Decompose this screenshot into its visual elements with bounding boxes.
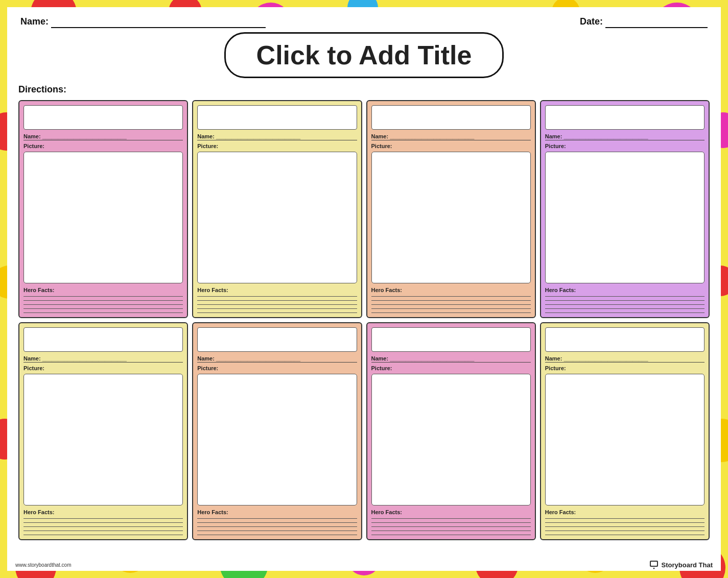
card-6-hero-facts: Hero Facts: (197, 509, 357, 515)
card-5-picture-label: Picture: (24, 365, 183, 371)
card-4-top-box (545, 105, 704, 130)
card-8-picture-label: Picture: (545, 365, 704, 371)
card-7-name: Name: ___________________________ (371, 355, 531, 363)
footer-logo: Storyboard That (649, 560, 713, 570)
card-3-hero-facts: Hero Facts: (371, 287, 531, 293)
card-1: Name: ___________________________ Pictur… (18, 100, 188, 318)
card-3-picture-box (371, 152, 531, 283)
title-box[interactable]: Click to Add Title (18, 32, 710, 78)
card-7-picture-label: Picture: (371, 365, 531, 371)
card-1-hero-facts: Hero Facts: (24, 287, 183, 293)
card-1-picture-label: Picture: (24, 143, 183, 149)
footer-url: www.storyboardthat.com (15, 562, 72, 568)
main-content: Name: Date: Click to Add Title Direction… (7, 7, 721, 571)
card-3-name: Name: ___________________________ (371, 133, 531, 140)
card-4-picture-label: Picture: (545, 143, 704, 149)
name-line (51, 16, 266, 28)
header-row: Name: Date: (18, 16, 710, 28)
card-2-top-box (197, 105, 357, 130)
card-8-lines (545, 518, 704, 535)
card-2-lines (197, 296, 357, 313)
card-5-picture-box (24, 374, 183, 505)
card-1-top-box (24, 105, 183, 130)
card-2-picture-box (197, 152, 357, 283)
card-2: Name: ___________________________ Pictur… (192, 100, 362, 318)
card-4-name: Name: ___________________________ (545, 133, 704, 140)
card-7-lines (371, 518, 531, 535)
card-3-picture-label: Picture: (371, 143, 531, 149)
card-1-lines (24, 296, 183, 313)
card-6-picture-box (197, 374, 357, 505)
card-6-name: Name: ___________________________ (197, 355, 357, 363)
card-2-hero-facts: Hero Facts: (197, 287, 357, 293)
card-8: Name: ___________________________ Pictur… (540, 322, 710, 540)
card-1-picture-box (24, 152, 183, 283)
footer-logo-text: Storyboard That (662, 561, 713, 569)
svg-marker-2 (653, 568, 655, 569)
card-3-top-box (371, 105, 531, 130)
card-3-lines (371, 296, 531, 313)
card-7: Name: ___________________________ Pictur… (366, 322, 536, 540)
card-7-top-box (371, 327, 531, 352)
card-3: Name: ___________________________ Pictur… (366, 100, 536, 318)
card-5-hero-facts: Hero Facts: (24, 509, 183, 515)
card-5: Name: ___________________________ Pictur… (18, 322, 188, 540)
card-5-name: Name: ___________________________ (24, 355, 183, 363)
name-label: Name: (20, 16, 266, 28)
card-5-lines (24, 518, 183, 535)
storyboardthat-icon (649, 560, 659, 570)
cards-grid: Name: ___________________________ Pictur… (18, 100, 710, 540)
date-label: Date: (580, 16, 708, 28)
date-line (605, 16, 708, 28)
card-8-name: Name: ___________________________ (545, 355, 704, 363)
card-6-top-box (197, 327, 357, 352)
card-4: Name: ___________________________ Pictur… (540, 100, 710, 318)
card-7-picture-box (371, 374, 531, 505)
title-text[interactable]: Click to Add Title (224, 32, 504, 78)
card-5-top-box (24, 327, 183, 352)
card-7-hero-facts: Hero Facts: (371, 509, 531, 515)
card-2-picture-label: Picture: (197, 143, 357, 149)
svg-rect-1 (651, 562, 657, 566)
directions-label: Directions: (18, 84, 710, 95)
card-6-lines (197, 518, 357, 535)
card-8-top-box (545, 327, 704, 352)
card-6: Name: ___________________________ Pictur… (192, 322, 362, 540)
card-4-lines (545, 296, 704, 313)
card-8-hero-facts: Hero Facts: (545, 509, 704, 515)
card-4-hero-facts: Hero Facts: (545, 287, 704, 293)
card-4-picture-box (545, 152, 704, 283)
card-6-picture-label: Picture: (197, 365, 357, 371)
card-1-name: Name: ___________________________ (24, 133, 183, 140)
card-8-picture-box (545, 374, 704, 505)
card-2-name: Name: ___________________________ (197, 133, 357, 140)
